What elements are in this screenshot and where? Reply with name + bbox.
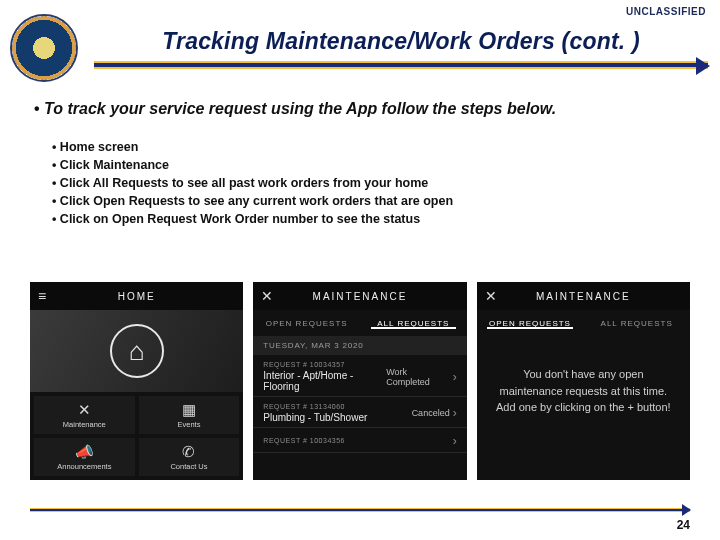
phone-header: ✕ MAINTENANCE <box>253 282 466 310</box>
request-row[interactable]: REQUEST # 13134060 Plumbing - Tub/Shower… <box>253 397 466 428</box>
step-item: Click Open Requests to see any current w… <box>52 192 686 210</box>
footer-rule-arrow <box>30 508 690 512</box>
close-icon[interactable]: ✕ <box>485 288 499 304</box>
phone-header-title: MAINTENANCE <box>536 291 631 302</box>
home-tile-grid: ✕ Maintenance ▦ Events 📣 Announcements ✆… <box>30 392 243 480</box>
content-area: To track your service request using the … <box>0 98 720 228</box>
tile-label: Contact Us <box>170 462 207 471</box>
close-icon[interactable]: ✕ <box>261 288 275 304</box>
empty-state-message: You don't have any open maintenance requ… <box>477 336 690 446</box>
megaphone-icon: 📣 <box>75 444 94 459</box>
request-name: Interior - Apt/Home - Flooring <box>263 370 386 392</box>
request-name: Plumbing - Tub/Shower <box>263 412 367 423</box>
steps-list: Home screen Click Maintenance Click All … <box>34 138 686 229</box>
tab-all-requests[interactable]: ALL REQUESTS <box>360 319 467 328</box>
request-status: Work Completed <box>386 367 456 387</box>
home-hero: ⌂ <box>30 310 243 392</box>
calendar-icon: ▦ <box>182 402 196 417</box>
tab-open-requests[interactable]: OPEN REQUESTS <box>253 319 360 328</box>
slide-title: Tracking Maintenance/Work Orders (cont. … <box>94 28 708 55</box>
screenshots-row: ≡ HOME ⌂ ✕ Maintenance ▦ Events 📣 Announ… <box>30 282 690 480</box>
tile-label: Maintenance <box>63 420 106 429</box>
phone-open-requests: ✕ MAINTENANCE OPEN REQUESTS ALL REQUESTS… <box>477 282 690 480</box>
title-rule-arrow <box>94 61 708 69</box>
wrench-icon: ✕ <box>78 402 91 417</box>
phone-header: ✕ MAINTENANCE <box>477 282 690 310</box>
tile-announcements[interactable]: 📣 Announcements <box>34 438 135 476</box>
request-number: REQUEST # 10034356 <box>263 437 345 444</box>
requests-tabs: OPEN REQUESTS ALL REQUESTS <box>253 310 466 336</box>
request-number: REQUEST # 13134060 <box>263 403 367 410</box>
phone-icon: ✆ <box>182 444 195 459</box>
tile-maintenance[interactable]: ✕ Maintenance <box>34 396 135 434</box>
tab-open-requests[interactable]: OPEN REQUESTS <box>477 319 584 328</box>
request-status <box>453 434 457 448</box>
menu-icon[interactable]: ≡ <box>38 288 48 304</box>
phone-home: ≡ HOME ⌂ ✕ Maintenance ▦ Events 📣 Announ… <box>30 282 243 480</box>
request-number: REQUEST # 10034357 <box>263 361 386 368</box>
request-status: Canceled <box>412 406 457 420</box>
slide-header: Tracking Maintenance/Work Orders (cont. … <box>0 14 720 82</box>
phone-all-requests: ✕ MAINTENANCE OPEN REQUESTS ALL REQUESTS… <box>253 282 466 480</box>
requests-tabs: OPEN REQUESTS ALL REQUESTS <box>477 310 690 336</box>
house-icon: ⌂ <box>110 324 164 378</box>
tab-all-requests[interactable]: ALL REQUESTS <box>583 319 690 328</box>
tile-label: Announcements <box>57 462 111 471</box>
step-item: Click on Open Request Work Order number … <box>52 210 686 228</box>
lead-bullet: To track your service request using the … <box>34 98 686 120</box>
step-item: Click Maintenance <box>52 156 686 174</box>
step-item: Click All Requests to see all past work … <box>52 174 686 192</box>
request-row[interactable]: REQUEST # 10034357 Interior - Apt/Home -… <box>253 355 466 397</box>
phone-header-title: MAINTENANCE <box>313 291 408 302</box>
navy-seal-logo <box>10 14 78 82</box>
page-number: 24 <box>677 518 690 532</box>
date-section-label: TUESDAY, MAR 3 2020 <box>253 336 466 355</box>
tile-events[interactable]: ▦ Events <box>139 396 240 434</box>
tile-contact-us[interactable]: ✆ Contact Us <box>139 438 240 476</box>
tile-label: Events <box>178 420 201 429</box>
phone-header-title: HOME <box>118 291 156 302</box>
phone-header: ≡ HOME <box>30 282 243 310</box>
request-row[interactable]: REQUEST # 10034356 <box>253 428 466 453</box>
step-item: Home screen <box>52 138 686 156</box>
